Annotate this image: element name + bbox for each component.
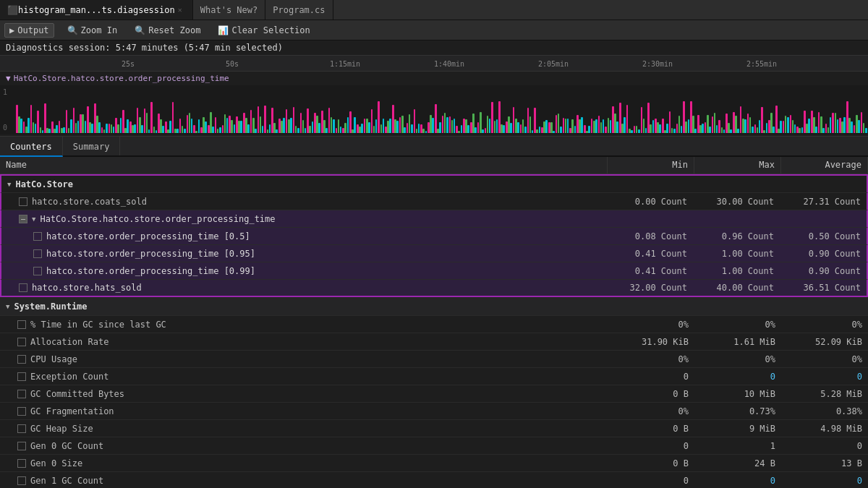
row-name-text: CPU Usage xyxy=(30,354,77,364)
bar xyxy=(678,116,681,133)
table-row[interactable]: CPU Usage0%0%0% xyxy=(0,351,868,368)
row-checkbox[interactable] xyxy=(33,267,42,275)
table-row[interactable]: Gen 0 Size0 B24 B13 B xyxy=(0,455,868,472)
row-checkbox[interactable] xyxy=(17,407,26,416)
row-checkbox[interactable] xyxy=(17,476,26,485)
cell-min: 0.00 Count xyxy=(606,197,693,207)
table-row[interactable]: hatco.store.coats_sold0.00 Count30.00 Co… xyxy=(0,193,868,210)
bar-group xyxy=(94,87,101,133)
tab-whatsnew[interactable]: What's New? xyxy=(193,0,265,20)
table-row[interactable]: Allocation Rate31.90 KiB1.61 MiB52.09 Ki… xyxy=(0,333,868,351)
bar xyxy=(634,126,636,133)
cell-min: 0% xyxy=(608,354,694,364)
bar-group xyxy=(229,87,235,133)
bar xyxy=(712,116,714,133)
bar xyxy=(451,120,454,133)
row-name-text: hatco.store.order_processing_time [0.95] xyxy=(46,249,255,259)
bar-group xyxy=(59,87,65,133)
output-label: Output xyxy=(17,25,48,35)
cell-avg: 13 B xyxy=(781,458,868,468)
table-row[interactable]: Gen 1 GC Count000 xyxy=(0,472,868,488)
bar xyxy=(215,117,217,133)
row-checkbox[interactable] xyxy=(17,338,26,346)
bar xyxy=(461,125,463,133)
table-row[interactable]: hatco.store.order_processing_time [0.99]… xyxy=(0,262,868,280)
row-name-text: Exception Count xyxy=(30,372,109,382)
row-checkbox[interactable] xyxy=(17,355,26,364)
table-body[interactable]: ▼ HatCo.Storehatco.store.coats_sold0.00 … xyxy=(0,174,868,488)
bar xyxy=(709,127,711,133)
tab-programcs[interactable]: Program.cs xyxy=(265,0,333,20)
output-icon: ▶ xyxy=(9,25,14,35)
bar-group xyxy=(158,87,164,133)
cell-name: Allocation Rate xyxy=(0,337,608,347)
tab-summary[interactable]: Summary xyxy=(63,137,121,155)
cell-max: 40.00 Count xyxy=(693,283,780,293)
reset-zoom-button[interactable]: 🔍 Reset Zoom xyxy=(130,24,205,37)
bar xyxy=(681,126,683,133)
cell-name: Gen 0 Size xyxy=(0,458,608,468)
tab-label: What's New? xyxy=(200,5,258,15)
clear-selection-button[interactable]: 📊 Clear Selection xyxy=(213,24,314,37)
row-checkbox[interactable] xyxy=(17,442,26,450)
bar xyxy=(422,129,425,133)
cell-avg: 52.09 KiB xyxy=(781,337,868,347)
cell-min: 0.41 Count xyxy=(606,249,693,259)
zoom-in-button[interactable]: 🔍 Zoom In xyxy=(63,24,122,37)
table-row[interactable]: Gen 0 GC Count010 xyxy=(0,437,868,455)
col-min: Min xyxy=(608,157,694,174)
bar xyxy=(340,127,342,133)
group-header[interactable]: ▼ System.Runtime xyxy=(0,297,868,316)
table-row[interactable]: GC Committed Bytes0 B10 MiB5.28 MiB xyxy=(0,385,868,403)
table-row[interactable]: GC Fragmentation0%0.73%0.38% xyxy=(0,403,868,420)
table-row[interactable]: GC Heap Size0 B9 MiB4.98 MiB xyxy=(0,420,868,437)
bar xyxy=(694,129,697,133)
chart-canvas[interactable]: 1 0 xyxy=(0,85,868,134)
table-row[interactable]: hatco.store.order_processing_time [0.5]0… xyxy=(0,228,868,245)
row-checkbox[interactable] xyxy=(19,283,27,292)
row-checkbox[interactable] xyxy=(19,197,27,206)
bar xyxy=(645,128,647,133)
row-checkbox[interactable] xyxy=(17,424,26,433)
tab-label: Program.cs xyxy=(273,5,325,15)
bar xyxy=(843,117,846,133)
bar xyxy=(189,113,191,133)
output-button[interactable]: ▶ Output xyxy=(4,23,54,38)
bar xyxy=(48,129,51,133)
bar xyxy=(73,108,75,133)
bar xyxy=(66,110,68,133)
tab-icon: ⬛ xyxy=(7,5,18,15)
bar xyxy=(560,127,562,133)
bar xyxy=(389,119,391,133)
tab-counters[interactable]: Counters xyxy=(0,137,63,157)
row-checkbox[interactable] xyxy=(33,232,42,241)
group-header[interactable]: ▼ HatCo.Store xyxy=(0,174,868,193)
bar xyxy=(414,109,416,133)
bar xyxy=(371,109,373,133)
table-row[interactable]: Exception Count000 xyxy=(0,368,868,385)
bar xyxy=(240,121,242,133)
bar xyxy=(631,130,633,133)
row-checkbox[interactable] xyxy=(17,390,26,398)
table-row[interactable]: hatco.store.order_processing_time [0.95]… xyxy=(0,245,868,262)
bar-group xyxy=(314,87,320,133)
bar-group xyxy=(73,87,80,133)
row-checkbox[interactable] xyxy=(17,372,26,381)
table-row[interactable]: % Time in GC since last GC0%0%0% xyxy=(0,316,868,333)
row-checkbox[interactable]: – xyxy=(19,215,27,223)
table-row[interactable]: hatco.store.hats_sold32.00 Count40.00 Co… xyxy=(0,280,868,297)
bar xyxy=(643,119,645,133)
bar xyxy=(378,101,380,133)
bar-group xyxy=(747,87,754,133)
bar-group xyxy=(846,87,853,133)
row-checkbox[interactable] xyxy=(17,320,26,329)
tab-diagsession[interactable]: ⬛ histogram_man...ts.diagsession ✕ xyxy=(0,0,193,20)
bar-group xyxy=(598,87,605,133)
table-row[interactable]: –▼HatCo.Store.hatco.store.order_processi… xyxy=(0,210,868,228)
bar-group xyxy=(30,87,37,133)
view-tabs: Counters Summary xyxy=(0,137,868,157)
row-checkbox[interactable] xyxy=(33,249,42,258)
row-checkbox[interactable] xyxy=(17,459,26,468)
bar xyxy=(737,129,739,133)
bar xyxy=(255,129,257,133)
